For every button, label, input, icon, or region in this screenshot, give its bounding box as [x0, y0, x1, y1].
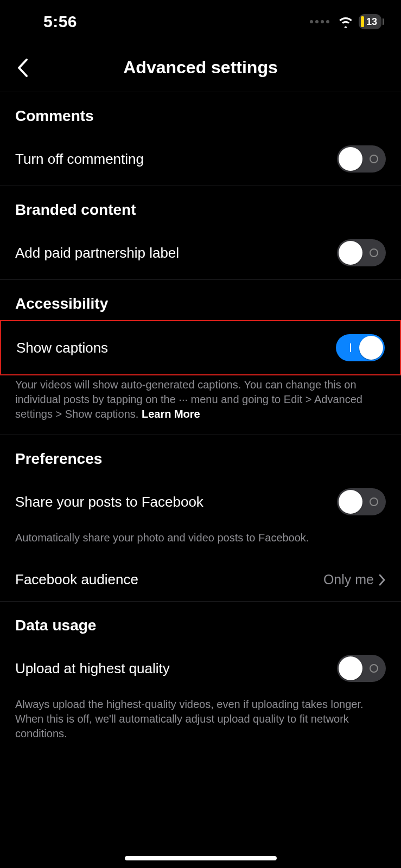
status-time: 5:56 [43, 12, 77, 31]
dots-icon [310, 20, 329, 23]
section-header-comments: Comments [0, 92, 401, 132]
status-bar: 5:56 13 [0, 0, 401, 43]
toggle-upload-quality[interactable] [337, 655, 386, 682]
back-button[interactable] [12, 57, 34, 79]
row-facebook-audience[interactable]: Facebook audience Only me [0, 558, 401, 601]
toggle-show-captions[interactable] [336, 334, 385, 361]
share-facebook-footer: Automatically share your photo and video… [0, 528, 401, 558]
row-label: Facebook audience [15, 571, 138, 588]
row-label: Upload at highest quality [15, 660, 170, 677]
section-header-preferences: Preferences [0, 435, 401, 475]
row-paid-partnership[interactable]: Add paid partnership label [0, 226, 401, 279]
captions-footer: Your videos will show auto-generated cap… [0, 375, 401, 435]
facebook-audience-value: Only me [323, 572, 374, 588]
section-header-data-usage: Data usage [0, 602, 401, 642]
battery-percent: 13 [366, 16, 377, 28]
chevron-right-icon [378, 573, 386, 586]
row-share-facebook[interactable]: Share your posts to Facebook [0, 475, 401, 528]
row-turn-off-commenting[interactable]: Turn off commenting [0, 132, 401, 186]
toggle-share-facebook[interactable] [337, 488, 386, 515]
section-header-branded: Branded content [0, 186, 401, 226]
row-label: Turn off commenting [15, 151, 144, 168]
wifi-icon [338, 16, 353, 28]
nav-header: Advanced settings [0, 43, 401, 92]
row-label: Share your posts to Facebook [15, 494, 203, 510]
battery-indicator: 13 [359, 14, 381, 29]
home-indicator[interactable] [125, 856, 277, 860]
page-title: Advanced settings [123, 58, 278, 78]
status-right: 13 [310, 14, 381, 29]
row-label: Show captions [16, 340, 108, 356]
learn-more-link[interactable]: Learn More [142, 408, 200, 420]
upload-quality-footer: Always upload the highest-quality videos… [0, 695, 401, 754]
toggle-turn-off-commenting[interactable] [337, 145, 386, 173]
row-show-captions[interactable]: Show captions [0, 320, 401, 375]
chevron-left-icon [17, 58, 29, 78]
row-label: Add paid partnership label [15, 245, 179, 261]
toggle-paid-partnership[interactable] [337, 239, 386, 266]
section-header-accessibility: Accessibility [0, 280, 401, 320]
row-upload-quality[interactable]: Upload at highest quality [0, 642, 401, 695]
